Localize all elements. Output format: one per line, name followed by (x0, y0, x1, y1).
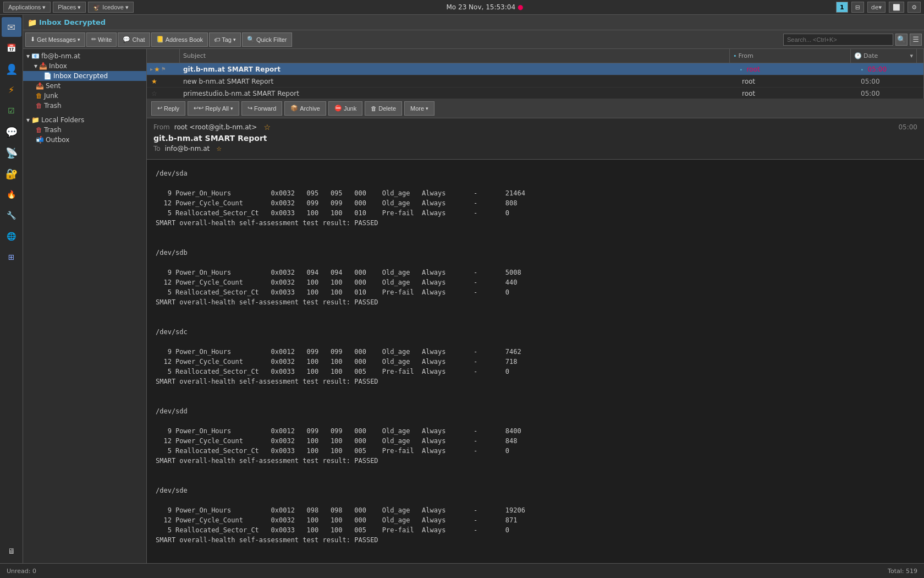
quick-filter-label: Quick Filter (256, 36, 287, 43)
places-menu[interactable]: Places ▾ (53, 2, 86, 13)
msg-body[interactable]: /dev/sda 9 Power_On_Hours 0x0032 095 095… (147, 160, 924, 563)
table-row[interactable]: ▸ ★ ⚑ git.b-nm.at SMART Report • root • … (147, 63, 923, 75)
table-row[interactable]: ☆ primestudio.b-nm.at SMART Report root … (147, 88, 923, 99)
applications-label: Applications (8, 4, 41, 10)
reply-all-btn[interactable]: ↩↩ Reply All (188, 101, 239, 116)
search-input[interactable] (783, 34, 893, 46)
calendar-icon[interactable]: 📅 (2, 38, 21, 58)
chat-btn[interactable]: 💬 Chat (118, 32, 150, 47)
reply-icon: ↩ (157, 105, 162, 112)
msg-subject-cell: git.b-nm.at SMART Report (180, 66, 736, 73)
status-bar-right: Total: 519 (888, 568, 917, 575)
applications-arrow: ▾ (42, 4, 46, 11)
trash-label: Trash (44, 102, 62, 110)
menu-btn[interactable]: ☰ (910, 34, 922, 46)
icedove-label: Icedove (102, 4, 124, 10)
lightning-icon[interactable]: ⚡ (2, 80, 21, 100)
date-col-sort: ▾ (910, 52, 913, 59)
msg-star-btn[interactable]: ☆ (263, 123, 271, 132)
window-btn[interactable]: ⬜ (889, 2, 904, 13)
msg-from-cell: root (736, 78, 857, 85)
inbox-expand-icon: ▾ (34, 62, 37, 70)
folder-label: Inbox Decrypted (39, 18, 106, 26)
address-book-label: Address Book (166, 36, 203, 43)
app-area: 📁 Inbox Decrypted ⬇ Get Messages ✏ Write… (23, 15, 924, 563)
more-btn[interactable]: More (404, 101, 435, 116)
forward-btn[interactable]: ↪ Forward (241, 101, 282, 116)
delete-btn[interactable]: 🗑 Delete (365, 101, 402, 116)
applications-menu[interactable]: Applications ▾ (3, 2, 51, 13)
folder-local-trash[interactable]: 🗑 Trash (23, 125, 146, 135)
outbox-icon: 📬 (36, 136, 44, 144)
icedove-icon: 🦅 (93, 4, 101, 11)
folder-inbox[interactable]: ▾ 📥 Inbox (23, 61, 146, 71)
write-btn[interactable]: ✏ Write (86, 32, 117, 47)
quick-filter-btn[interactable]: 🔍 Quick Filter (242, 32, 292, 47)
junk-btn[interactable]: ⛔ Junk (328, 101, 362, 116)
chat2-icon[interactable]: 💬 (2, 122, 21, 141)
reply-btn[interactable]: ↩ Reply (151, 101, 185, 116)
col-header-icons[interactable] (147, 49, 180, 63)
tasks-icon[interactable]: ☑ (2, 101, 21, 121)
tag-label: Tag (222, 36, 232, 43)
bottom-icon[interactable]: 🖥 (2, 541, 21, 561)
address-book-btn[interactable]: 📒 Address Book (151, 32, 208, 47)
get-messages-label: Get Messages (37, 36, 76, 43)
apps2-icon[interactable]: ⊞ (2, 247, 21, 267)
settings-icon[interactable]: ⚙ (908, 2, 921, 13)
msg-icons-cell: ☆ (147, 90, 180, 97)
network-icon[interactable]: ⊟ (851, 2, 864, 13)
search-icon-btn[interactable]: 🔍 (895, 34, 908, 46)
message-view: ↩ Reply ↩↩ Reply All ↪ Forward 📦 Archive (147, 99, 924, 563)
address-book-icon: 📒 (156, 36, 164, 43)
junk-label: Junk (44, 92, 58, 100)
folder-junk[interactable]: 🗑 Junk (23, 91, 146, 101)
firetray-icon[interactable]: 🔥 (2, 184, 21, 204)
from-value: root <root@git.b-nm.at> (174, 123, 257, 131)
addon-icon[interactable]: 🔧 (2, 205, 21, 225)
star-icon[interactable]: ☆ (151, 90, 157, 97)
network2-icon[interactable]: 🌐 (2, 226, 21, 246)
lang-btn[interactable]: de ▾ (867, 2, 886, 13)
col-header-subject[interactable]: Subject (180, 49, 730, 63)
msg-date-cell: 05:00 (857, 78, 923, 85)
mail-icon[interactable]: ✉ (2, 17, 21, 37)
rss-icon[interactable]: 📡 (2, 143, 21, 162)
flag-icon: ⚑ (161, 66, 166, 72)
to-star-btn[interactable]: ☆ (216, 145, 222, 152)
folder-local[interactable]: ▾ 📁 Local Folders (23, 115, 146, 125)
folder-inbox-decrypted[interactable]: 📄 Inbox Decrypted (23, 71, 146, 81)
forward-icon: ↪ (248, 105, 252, 112)
msg-date-cell: • 05:00 (857, 66, 923, 73)
msg-date-cell: 05:00 (857, 90, 923, 97)
date-col-label: Date (864, 52, 878, 59)
tag-btn[interactable]: 🏷 Tag (209, 32, 241, 47)
date-col-icon: 🕐 (854, 52, 862, 59)
folder-account[interactable]: ▾ 📧 fb@b-nm.at (23, 51, 146, 61)
star-icon[interactable]: ★ (154, 66, 160, 73)
reply-all-label: Reply All (205, 105, 229, 112)
account-expand-icon: ▾ (26, 52, 30, 60)
outbox-label: Outbox (46, 136, 69, 144)
status-bar: Unread: 0 Total: 519 (0, 563, 924, 578)
get-messages-btn[interactable]: ⬇ Get Messages (25, 32, 85, 47)
icedove-menu[interactable]: 🦅 Icedove ▾ (88, 2, 134, 13)
reply-label: Reply (164, 105, 179, 112)
places-label: Places (58, 4, 76, 10)
msg-to-row: To info@b-nm.at ☆ (153, 145, 917, 152)
col-header-from[interactable]: • From (730, 49, 851, 63)
more-label: More (410, 105, 424, 112)
folder-trash[interactable]: 🗑 Trash (23, 101, 146, 111)
contacts-icon[interactable]: 👤 (2, 59, 21, 79)
security-icon[interactable]: 🔐 (2, 163, 21, 183)
msg-icons-cell: ★ (147, 78, 180, 85)
account-label: fb@b-nm.at (41, 52, 80, 60)
star-icon[interactable]: ★ (151, 78, 157, 85)
folder-sent[interactable]: 📤 Sent (23, 81, 146, 91)
archive-btn[interactable]: 📦 Archive (284, 101, 326, 116)
num-badge[interactable]: 1 (836, 2, 848, 13)
folder-outbox[interactable]: 📬 Outbox (23, 135, 146, 145)
table-row[interactable]: ★ new b-nm.at SMART Report root 05:00 (147, 75, 923, 88)
col-header-date[interactable]: 🕐 Date ▾ (851, 49, 917, 63)
folder-label-row: 📁 Inbox Decrypted (28, 18, 106, 27)
